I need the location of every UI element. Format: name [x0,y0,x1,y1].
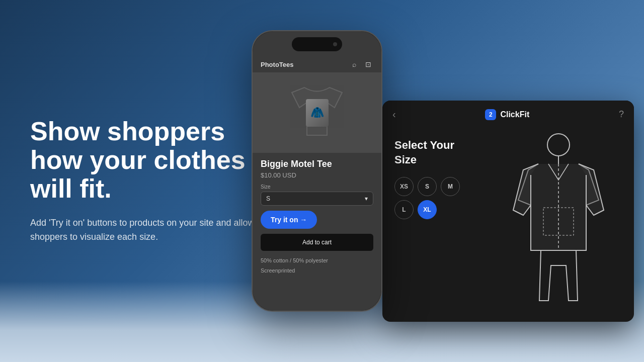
product-image-area: 🧥 [253,72,381,153]
product-price: $10.00 USD [261,171,373,179]
main-headline: Show shoppers how your clothes will fit. [30,117,262,204]
size-select-dropdown[interactable]: S ▾ [261,192,373,206]
panel-brand: 2 ClickFit [485,109,529,120]
size-btn-l[interactable]: L [394,200,414,219]
size-section: Select Your Size XSSMLXL [382,128,483,322]
panel-back-button[interactable]: ‹ [392,109,396,120]
phone-content: Biggie Motel Tee $10.00 USD Size S ▾ Try… [253,153,381,282]
size-label: Size [261,184,373,190]
try-it-on-button[interactable]: Try it on → [261,211,317,229]
clickfit-panel: ‹ 2 ClickFit ? Select Your Size XSSMLXL [382,101,634,322]
phone-brand-name: PhotoTees [261,61,294,68]
phone-header: PhotoTees ⌕ ⊡ [253,56,381,72]
size-btn-s[interactable]: S [418,177,437,196]
product-title: Biggie Motel Tee [261,159,373,169]
phone-notch [292,37,342,51]
phone-screen: PhotoTees ⌕ ⊡ 🧥 Biggie Motel Tee $10.00 … [253,31,381,311]
panel-body: Select Your Size XSSMLXL [382,128,634,322]
phone-camera [333,42,337,46]
panel-header: ‹ 2 ClickFit ? [382,101,634,128]
add-to-cart-button[interactable]: Add to cart [261,234,373,251]
search-icon[interactable]: ⌕ [352,60,360,68]
size-select-value: S [266,195,270,202]
phone-header-icons: ⌕ ⊡ [352,60,373,68]
size-heading: Select Your Size [394,138,471,167]
size-btn-m[interactable]: M [441,177,460,196]
product-photo: 🧥 [306,99,329,127]
phone-mockup: PhotoTees ⌕ ⊡ 🧥 Biggie Motel Tee $10.00 … [252,30,382,312]
product-detail-print: Screenprinted [261,266,373,276]
help-button[interactable]: ? [619,109,624,120]
mannequin-area [483,128,634,322]
size-options: XSSMLXL [394,177,471,219]
phone-body: PhotoTees ⌕ ⊡ 🧥 Biggie Motel Tee $10.00 … [252,30,382,312]
product-details: 50% cotton / 50% polyester Screenprinted [261,256,373,276]
brand-badge: 2 [485,109,496,120]
size-btn-xs[interactable]: XS [394,177,414,196]
dropdown-chevron-icon: ▾ [365,195,368,202]
sub-text: Add 'Try it on' buttons to products on y… [30,216,262,245]
left-section: Show shoppers how your clothes will fit.… [30,117,262,244]
size-btn-xl[interactable]: XL [418,200,437,219]
svg-point-0 [547,134,570,156]
product-detail-fabric: 50% cotton / 50% polyester [261,256,373,266]
cart-icon[interactable]: ⊡ [365,60,373,68]
mannequin-figure-icon [503,130,614,321]
brand-name: ClickFit [500,110,529,119]
